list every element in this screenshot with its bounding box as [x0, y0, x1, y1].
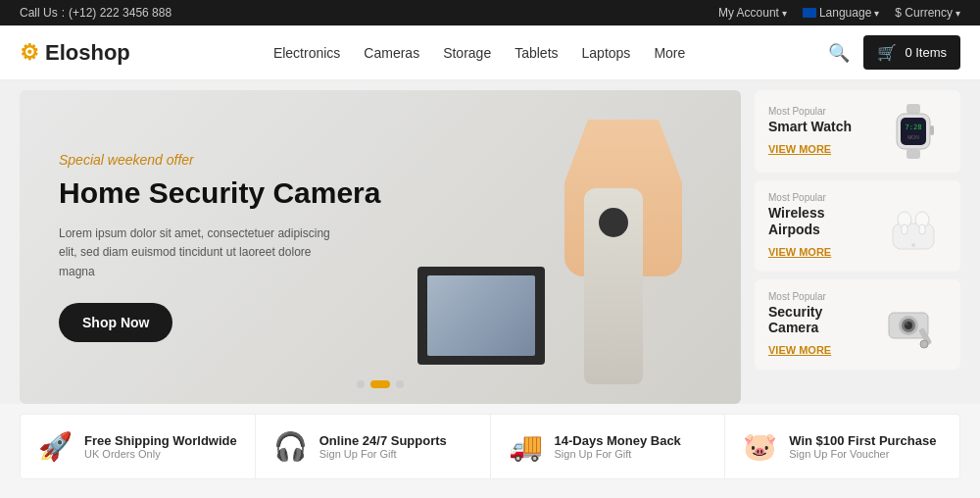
logo-icon: ⚙ — [20, 40, 39, 66]
smartwatch-view-more[interactable]: VIEW MORE — [768, 143, 831, 155]
cart-items-label: 0 Items — [905, 45, 947, 60]
feature-returns-text: 14-Days Money Back Sign Up For Gift — [555, 433, 681, 460]
feature-shipping-text: Free Shipping Worldwide UK Orders Only — [84, 433, 237, 460]
svg-text:MON: MON — [907, 134, 919, 140]
airpods-svg — [881, 196, 945, 255]
feature-shipping-sub: UK Orders Only — [84, 448, 237, 460]
hero-description: Lorem ipsum dolor sit amet, consectetuer… — [59, 224, 333, 281]
hero-dots — [357, 380, 404, 388]
security-camera-badge: Most Popular — [768, 291, 868, 302]
feature-returns-title: 14-Days Money Back — [555, 433, 681, 448]
smartwatch-image: 7:28 MON — [878, 102, 947, 161]
flag-icon — [803, 8, 816, 18]
shipping-icon: 🚀 — [38, 430, 73, 463]
airpods-info: Most Popular Wireless Airpods VIEW MORE — [768, 192, 868, 260]
feature-shipping-title: Free Shipping Worldwide — [84, 433, 237, 448]
account-chevron-icon — [782, 8, 787, 19]
nav-laptops[interactable]: Laptops — [582, 45, 631, 61]
feature-returns: 🚚 14-Days Money Back Sign Up For Gift — [491, 415, 726, 478]
product-card-security-camera: Most Popular Security Camera VIEW MORE — [755, 279, 960, 371]
feature-voucher-text: Win $100 First Purchase Sign Up For Vouc… — [789, 433, 936, 460]
dot-1[interactable] — [357, 380, 365, 388]
feature-support-title: Online 24/7 Supports — [319, 433, 447, 448]
hero-offer-text: Special weekend offer — [59, 152, 380, 168]
feature-voucher: 🐷 Win $100 First Purchase Sign Up For Vo… — [725, 415, 959, 478]
feature-support-text: Online 24/7 Supports Sign Up For Gift — [319, 433, 447, 460]
svg-rect-9 — [902, 224, 907, 234]
support-icon: 🎧 — [273, 430, 308, 463]
security-camera-name: Security Camera — [768, 304, 868, 337]
cart-button[interactable]: 🛒 0 Items — [863, 35, 960, 70]
nav-storage[interactable]: Storage — [443, 45, 491, 61]
feature-voucher-sub: Sign Up For Voucher — [789, 448, 936, 460]
voucher-icon: 🐷 — [743, 430, 777, 463]
language-chevron-icon — [874, 8, 879, 19]
currency-chevron-icon — [956, 8, 960, 19]
feature-support: 🎧 Online 24/7 Supports Sign Up For Gift — [256, 415, 491, 478]
security-camera-svg — [881, 295, 945, 354]
header: ⚙ Eloshop Electronics Cameras Storage Ta… — [0, 25, 980, 80]
feature-returns-sub: Sign Up For Gift — [555, 448, 681, 460]
airpods-badge: Most Popular — [768, 192, 868, 203]
airpods-view-more[interactable]: VIEW MORE — [768, 246, 831, 258]
nav-cameras[interactable]: Cameras — [364, 45, 419, 61]
photo-frame-inner — [427, 275, 535, 356]
hero-image-area — [344, 90, 741, 404]
currency-button[interactable]: $ Currency — [895, 6, 960, 20]
top-bar-right: My Account Language $ Currency — [718, 6, 960, 20]
photo-frame-decoration — [417, 267, 545, 365]
feature-shipping: 🚀 Free Shipping Worldwide UK Orders Only — [21, 415, 256, 478]
security-camera-view-more[interactable]: VIEW MORE — [768, 344, 831, 356]
smartwatch-name: Smart Watch — [768, 119, 868, 135]
nav-tablets[interactable]: Tablets — [514, 45, 558, 61]
language-button[interactable]: Language — [803, 6, 879, 20]
svg-text:7:28: 7:28 — [905, 124, 921, 131]
nav-electronics[interactable]: Electronics — [273, 45, 340, 61]
main-nav: Electronics Cameras Storage Tablets Lapt… — [273, 45, 685, 61]
search-button[interactable]: 🔍 — [828, 42, 850, 64]
header-actions: 🔍 🛒 0 Items — [828, 35, 960, 70]
product-card-airpods: Most Popular Wireless Airpods VIEW MORE — [755, 180, 960, 272]
svg-point-17 — [905, 322, 907, 324]
svg-rect-11 — [919, 224, 925, 234]
dot-3[interactable] — [396, 380, 404, 388]
call-separator: : — [62, 6, 65, 20]
svg-point-19 — [920, 340, 928, 348]
main-section: Special weekend offer Home Security Came… — [0, 80, 980, 404]
svg-rect-5 — [906, 149, 920, 159]
product-card-smartwatch: Most Popular Smart Watch VIEW MORE 7:28 … — [755, 90, 960, 173]
sidebar-cards: Most Popular Smart Watch VIEW MORE 7:28 … — [755, 90, 960, 404]
camera-device-decoration — [584, 188, 643, 384]
hero-title: Home Security Camera — [59, 175, 380, 211]
airpods-name: Wireless Airpods — [768, 205, 868, 238]
security-camera-info: Most Popular Security Camera VIEW MORE — [768, 291, 868, 359]
logo-text: Eloshop — [45, 40, 130, 66]
svg-rect-6 — [930, 125, 934, 135]
security-camera-image — [878, 295, 947, 354]
feature-voucher-title: Win $100 First Purchase — [789, 433, 936, 448]
features-bar: 🚀 Free Shipping Worldwide UK Orders Only… — [20, 414, 960, 479]
hero-content: Special weekend offer Home Security Came… — [59, 152, 380, 342]
smartwatch-info: Most Popular Smart Watch VIEW MORE — [768, 106, 868, 157]
hero-banner: Special weekend offer Home Security Came… — [20, 90, 741, 404]
airpods-image — [878, 196, 947, 255]
logo[interactable]: ⚙ Eloshop — [20, 40, 130, 66]
call-us-label: Call Us — [20, 6, 58, 20]
cart-icon: 🛒 — [877, 43, 897, 62]
returns-icon: 🚚 — [509, 430, 543, 463]
feature-support-sub: Sign Up For Gift — [319, 448, 447, 460]
my-account-button[interactable]: My Account — [718, 6, 787, 20]
top-bar: Call Us : (+12) 222 3456 888 My Account … — [0, 0, 980, 25]
svg-rect-2 — [901, 118, 926, 145]
svg-rect-0 — [906, 104, 920, 114]
svg-point-12 — [911, 243, 915, 247]
top-bar-left: Call Us : (+12) 222 3456 888 — [20, 6, 172, 20]
nav-more[interactable]: More — [654, 45, 685, 61]
smartwatch-badge: Most Popular — [768, 106, 868, 117]
phone-number: (+12) 222 3456 888 — [69, 6, 172, 20]
smartwatch-svg: 7:28 MON — [881, 102, 945, 161]
dot-2-active[interactable] — [370, 380, 390, 388]
shop-now-button[interactable]: Shop Now — [59, 303, 172, 342]
